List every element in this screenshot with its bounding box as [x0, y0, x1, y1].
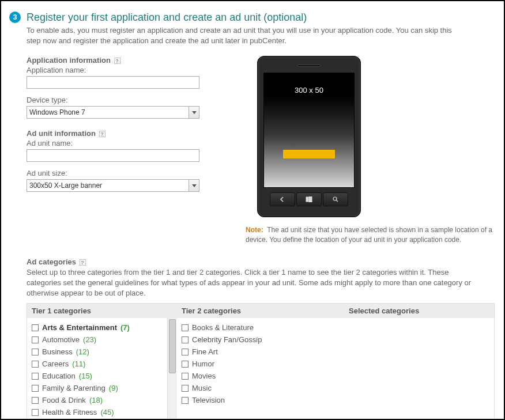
- help-icon[interactable]: ?: [114, 58, 120, 64]
- phone-windows-icon: [296, 192, 322, 206]
- category-count: (11): [72, 360, 85, 368]
- category-label: Books & Literature: [192, 323, 254, 332]
- categories-table: Tier 1 categories Tier 2 categories Sele…: [27, 303, 495, 420]
- category-label: Family & Parenting: [42, 384, 105, 392]
- device-preview: 300 x 50: [257, 56, 361, 217]
- category-label: Music: [192, 384, 212, 392]
- tier1-item[interactable]: Food & Drink (18): [32, 394, 176, 406]
- svg-rect-0: [306, 197, 308, 199]
- tier2-list: Books & LiteratureCelebrity Fan/GossipFi…: [177, 318, 344, 420]
- category-count: (18): [89, 396, 103, 404]
- category-checkbox[interactable]: [32, 324, 39, 331]
- category-count: (12): [76, 347, 89, 356]
- category-label: Television: [192, 396, 225, 404]
- tier1-item[interactable]: Health & Fitness (45): [32, 406, 176, 418]
- svg-rect-1: [309, 197, 312, 199]
- selected-list: [344, 318, 494, 420]
- category-checkbox[interactable]: [182, 349, 189, 355]
- tier1-list: Arts & Entertainment (7)Automotive (23)B…: [27, 318, 177, 420]
- tier2-item[interactable]: Fine Art: [182, 346, 343, 358]
- device-type-label: Device type:: [27, 96, 228, 104]
- svg-point-4: [333, 197, 337, 200]
- tier1-item[interactable]: Arts & Entertainment (7): [32, 321, 176, 334]
- category-checkbox[interactable]: [32, 361, 39, 368]
- category-label: Arts & Entertainment: [42, 323, 117, 332]
- category-count: (23): [83, 335, 96, 344]
- category-checkbox[interactable]: [32, 409, 39, 416]
- adunit-info-heading: Ad unit information ?: [27, 129, 228, 138]
- help-icon[interactable]: ?: [80, 259, 86, 266]
- tier2-header: Tier 2 categories: [177, 304, 344, 318]
- tier2-item[interactable]: Celebrity Fan/Gossip: [182, 334, 343, 346]
- note-label: Note:: [246, 226, 263, 234]
- adunit-name-input[interactable]: [27, 149, 199, 162]
- category-checkbox[interactable]: [182, 336, 189, 343]
- category-checkbox[interactable]: [32, 349, 39, 355]
- tier2-item[interactable]: Books & Literature: [182, 321, 343, 334]
- help-icon[interactable]: ?: [99, 131, 105, 137]
- tier1-item[interactable]: Business (12): [32, 346, 176, 358]
- category-checkbox[interactable]: [182, 361, 189, 368]
- category-label: Movies: [192, 372, 216, 380]
- preview-note: Note: The ad unit size that you have sel…: [246, 225, 496, 245]
- phone-back-icon: [270, 192, 295, 206]
- ad-banner-preview: [283, 150, 335, 158]
- category-label: Celebrity Fan/Gossip: [192, 335, 262, 344]
- phone-speaker-icon: [297, 65, 321, 67]
- tier1-item[interactable]: Careers (11): [32, 358, 176, 370]
- category-checkbox[interactable]: [182, 373, 189, 380]
- category-count: (9): [109, 384, 118, 392]
- tier1-header: Tier 1 categories: [27, 304, 177, 318]
- categories-table-header: Tier 1 categories Tier 2 categories Sele…: [27, 304, 494, 318]
- category-label: Health & Fitness: [42, 408, 97, 417]
- category-label: Automotive: [42, 335, 80, 344]
- tier1-item[interactable]: Automotive (23): [32, 334, 176, 346]
- step-number-badge: 3: [9, 12, 21, 23]
- category-checkbox[interactable]: [32, 336, 39, 343]
- category-label: Careers: [42, 360, 69, 368]
- step-header: 3 Register your first application and cr…: [9, 12, 496, 56]
- step-panel: 3 Register your first application and cr…: [0, 0, 505, 420]
- note-text: The ad unit size that you have selected …: [246, 226, 492, 244]
- tier2-item[interactable]: Music: [182, 382, 343, 394]
- chevron-down-icon: [189, 180, 199, 191]
- category-checkbox[interactable]: [32, 397, 39, 404]
- ad-preview-size-label: 300 x 50: [264, 73, 354, 94]
- chevron-down-icon: [189, 107, 199, 118]
- app-name-label: Application name:: [27, 66, 228, 74]
- adunit-size-select[interactable]: 300x50 X-Large banner: [27, 179, 199, 192]
- tier2-item[interactable]: Movies: [182, 370, 343, 382]
- tier2-item[interactable]: Humor: [182, 358, 343, 370]
- adunit-name-label: Ad unit name:: [27, 139, 228, 147]
- svg-rect-3: [309, 200, 312, 202]
- device-screen: 300 x 50: [263, 73, 355, 188]
- step-title: Register your first application and crea…: [27, 12, 496, 23]
- category-label: Fine Art: [192, 347, 218, 356]
- tier1-item[interactable]: Education (15): [32, 370, 176, 382]
- svg-rect-2: [306, 200, 308, 202]
- category-checkbox[interactable]: [182, 324, 189, 331]
- category-label: Business: [42, 347, 73, 356]
- category-label: Humor: [192, 360, 214, 368]
- category-checkbox[interactable]: [182, 385, 189, 392]
- category-checkbox[interactable]: [32, 385, 39, 392]
- app-name-input[interactable]: [27, 76, 199, 89]
- svg-line-5: [336, 200, 338, 202]
- category-checkbox[interactable]: [182, 397, 189, 404]
- step-description: To enable ads, you must register an appl…: [27, 25, 453, 46]
- adunit-size-value: 300x50 X-Large banner: [27, 181, 189, 190]
- category-count: (7): [120, 323, 130, 332]
- category-label: Food & Drink: [42, 396, 86, 404]
- tier1-item[interactable]: Family & Parenting (9): [32, 382, 176, 394]
- phone-search-icon: [323, 192, 348, 206]
- device-type-select[interactable]: Windows Phone 7: [27, 106, 199, 119]
- category-count: (15): [79, 372, 92, 380]
- tier2-item[interactable]: Television: [182, 394, 343, 406]
- tier1-scrollbar[interactable]: [167, 318, 177, 420]
- category-checkbox[interactable]: [32, 373, 39, 380]
- selected-header: Selected categories: [344, 304, 494, 318]
- app-info-heading: Application information ?: [27, 56, 228, 65]
- category-count: (45): [100, 408, 114, 417]
- device-type-value: Windows Phone 7: [27, 108, 189, 116]
- categories-description: Select up to three categories from the t…: [27, 267, 476, 299]
